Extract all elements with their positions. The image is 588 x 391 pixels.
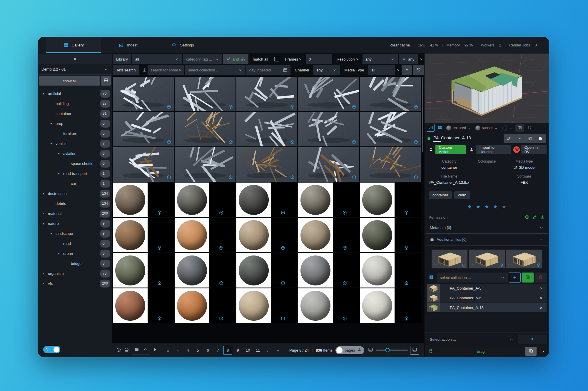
asset-tile-texture[interactable] [175, 288, 235, 323]
logic-mode-toggle[interactable]: and [223, 54, 248, 64]
folder-button[interactable] [132, 345, 141, 354]
asset-tile-3d-model[interactable] [175, 147, 235, 182]
sidebar-item-building[interactable]: building27 [38, 98, 110, 108]
tab-ingest[interactable]: Ingest [101, 37, 156, 53]
save-collection-button[interactable] [522, 273, 534, 283]
asset-tile-texture[interactable] [360, 183, 421, 217]
collection-item[interactable]: PA_Container_A-13× [427, 303, 547, 312]
tree-open-icon[interactable]: ▾ [41, 222, 46, 225]
remove-item-icon[interactable]: × [536, 295, 547, 300]
sidebar-item-furniture[interactable]: furniture5 [38, 128, 110, 138]
page-button-5[interactable]: 5 [193, 346, 202, 355]
asset-tile-3d-model[interactable] [175, 77, 235, 111]
tree-closed-icon[interactable]: ▸ [41, 272, 46, 275]
asset-tile-texture[interactable] [298, 253, 359, 288]
additional-files-section[interactable]: Additional files [0] [426, 234, 548, 245]
tree-closed-icon[interactable]: ▸ [41, 282, 46, 285]
asset-tile-texture[interactable] [298, 218, 359, 252]
media-type-select[interactable]: all [368, 65, 395, 75]
library-select[interactable]: all × [132, 54, 182, 64]
reset-filters-button[interactable] [413, 65, 424, 75]
owner-permission-icon[interactable] [540, 215, 545, 220]
remove-item-icon[interactable]: × [536, 286, 547, 291]
preview-grid-mode-button[interactable] [436, 124, 443, 132]
app-logo-toggle[interactable] [43, 346, 60, 353]
asset-tile-texture[interactable] [113, 253, 174, 288]
asset-tile-texture[interactable] [175, 218, 235, 252]
asset-tile-texture[interactable] [236, 183, 297, 217]
category-tag-input[interactable]: category, tag ... [183, 54, 222, 64]
tab-gallery[interactable]: Gallery [46, 37, 101, 53]
lasso-select-button[interactable] [526, 124, 533, 132]
collection-item[interactable]: PA_Container_A-6× [427, 293, 547, 303]
sidebar-item-vfx[interactable]: ▸vfx200 [38, 278, 110, 288]
view-permission-icon[interactable] [525, 215, 529, 220]
collection-select[interactable]: select collection ... [437, 273, 508, 283]
rating-star-4[interactable]: ★ [493, 204, 497, 210]
edit-permission-icon[interactable] [532, 215, 537, 220]
sidebar-item-vehicle[interactable]: ▾vehicle7 [38, 138, 110, 148]
sidebar-item-road-transport[interactable]: ▾road transport1 [38, 168, 110, 178]
tree-open-icon[interactable]: ▾ [57, 172, 61, 175]
next-page-button[interactable]: › [263, 346, 272, 355]
asset-tile-texture[interactable] [236, 253, 297, 288]
asset-tile-texture[interactable] [175, 253, 235, 288]
collapse-filters-button[interactable] [402, 65, 412, 75]
page-button-6[interactable]: 6 [203, 346, 212, 355]
open-folder-button[interactable] [535, 134, 546, 143]
asset-tile-texture[interactable] [298, 183, 359, 217]
text-search-input[interactable]: search for some text - will search: [ele… [148, 65, 184, 75]
page-button-7[interactable]: 7 [213, 346, 222, 355]
asset-tile-texture[interactable] [236, 288, 297, 323]
asset-tile-3d-model[interactable] [298, 112, 359, 146]
channel-select[interactable]: any [313, 65, 340, 75]
select-action-dropdown[interactable]: Select action ... [427, 335, 517, 344]
asset-tile-3d-model[interactable] [175, 112, 235, 146]
sidebar-item-nature[interactable]: ▾nature9 [38, 218, 110, 228]
sidebar-item-aviation[interactable]: ▾aviation6 [38, 148, 110, 158]
match-all-checkbox[interactable] [274, 57, 279, 61]
asset-tile-3d-model[interactable] [113, 147, 174, 182]
close-panel-button[interactable]: × [538, 347, 549, 356]
tree-open-icon[interactable]: ▾ [49, 232, 53, 235]
play-button[interactable] [153, 346, 158, 355]
related-thumbnail[interactable] [506, 250, 542, 268]
sidebar-collapse-button[interactable]: « [38, 54, 112, 64]
page-button-4[interactable]: 4 [183, 346, 192, 355]
drag-label[interactable]: drag [436, 349, 525, 354]
rating-star-5[interactable]: ★ [502, 204, 506, 210]
asset-tile-texture[interactable] [298, 288, 359, 323]
remove-item-icon[interactable]: × [536, 305, 547, 310]
asset-tile-3d-model[interactable] [360, 77, 421, 111]
info-icon[interactable] [142, 68, 147, 72]
sidebar-item-prop[interactable]: ▾prop5 [38, 118, 110, 128]
folder-chevron-button[interactable] [141, 345, 150, 354]
asset-tile-3d-model[interactable] [298, 147, 359, 182]
shading-mode-select[interactable]: textured [445, 124, 472, 132]
asset-tile-3d-model[interactable] [236, 112, 297, 146]
asset-tile-3d-model[interactable] [113, 112, 174, 146]
rating-stars[interactable]: ★★★★★ [425, 201, 549, 213]
asset-tile-texture[interactable] [360, 218, 421, 252]
resolution-select[interactable]: any [363, 54, 398, 64]
run-action-button[interactable] [518, 335, 547, 344]
tree-group-header[interactable]: Demo 2.2 - 01 [38, 64, 112, 75]
duplicate-button[interactable] [525, 347, 537, 356]
sidebar-item-organism[interactable]: ▸organism73 [38, 268, 110, 278]
zoom-slider-knob[interactable] [385, 348, 390, 352]
rating-star-1[interactable]: ★ [467, 204, 472, 210]
add-collection-button[interactable]: + [509, 273, 521, 283]
asset-tile-texture[interactable] [360, 253, 421, 288]
sidebar-item-destruction[interactable]: ▾destruction134 [38, 188, 110, 198]
edit-button[interactable] [504, 134, 514, 143]
delete-collection-button[interactable] [535, 273, 547, 283]
sidebar-item-space-shuttle[interactable]: space shuttle6 [38, 158, 110, 168]
gallery-scrollbar[interactable] [422, 77, 423, 152]
tree-closed-icon[interactable]: ▸ [41, 212, 46, 215]
sidebar-item-road[interactable]: road6 [38, 238, 110, 248]
first-page-button[interactable]: « [163, 346, 172, 355]
sidebar-item-artificial[interactable]: ▾artificial70 [38, 88, 110, 98]
edit-menu-button[interactable] [514, 134, 525, 143]
day-ingested-picker[interactable]: day ingested [246, 65, 290, 75]
sidebar-item-bridge[interactable]: bridge3 [38, 258, 110, 268]
